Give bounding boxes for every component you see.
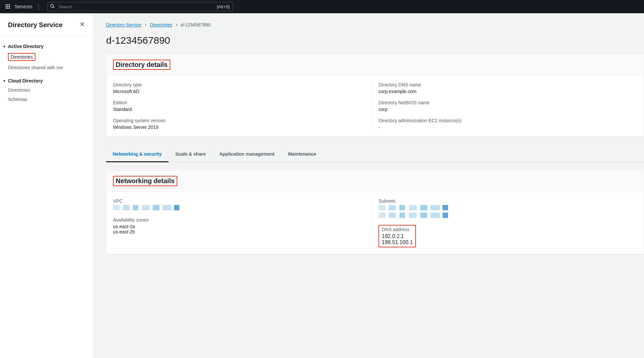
svg-rect-8 xyxy=(9,8,10,9)
search-icon xyxy=(50,4,55,10)
field-label: Edition xyxy=(113,100,372,105)
sidebar-item-label: Directories xyxy=(8,53,35,61)
field-value-dns-addr-0: 192.0.2.1 xyxy=(382,233,413,239)
field-value-dns-name: corp.example.com xyxy=(379,89,637,94)
field-label: DNS address xyxy=(382,227,413,232)
breadcrumb: Directory Service › Directories › d-1234… xyxy=(105,21,644,28)
field-label: Directory DNS name xyxy=(379,82,637,87)
tabs: Networking & security Scale & share Appl… xyxy=(106,147,644,162)
tab-networking-security[interactable]: Networking & security xyxy=(106,147,169,162)
svg-rect-7 xyxy=(7,8,8,9)
top-navbar: Services | [Alt+S] xyxy=(0,0,644,13)
redacted-vpc-value xyxy=(113,205,372,211)
sidebar-item-label: Directories xyxy=(8,87,30,93)
sidebar-item-label: Directories shared with me xyxy=(8,65,63,70)
search-shortcut-hint: [Alt+S] xyxy=(217,4,230,9)
svg-rect-2 xyxy=(9,4,10,5)
field-value-ec2: - xyxy=(379,125,637,130)
field-label: Directory type xyxy=(113,82,372,87)
field-value-netbios: corp xyxy=(379,107,637,112)
nav-divider: | xyxy=(38,3,39,11)
breadcrumb-link[interactable]: Directory Service xyxy=(106,22,142,27)
sidebar-group-active-directory[interactable]: ▼ Active Directory xyxy=(0,41,93,51)
field-label: Subnets xyxy=(379,198,637,204)
sidebar-item-cloud-directories[interactable]: Directories xyxy=(0,85,93,95)
sidebar-group-label: Cloud Directory xyxy=(8,78,43,83)
panel-title: Directory details xyxy=(113,60,170,70)
tab-scale-share[interactable]: Scale & share xyxy=(169,147,213,162)
sidebar-item-schemas[interactable]: Schemas xyxy=(0,95,93,104)
field-value-edition: Standard xyxy=(113,107,372,112)
breadcrumb-link[interactable]: Directories xyxy=(150,22,172,27)
services-menu[interactable]: Services xyxy=(15,4,32,9)
global-search-wrap: [Alt+S] xyxy=(47,2,233,11)
apps-grid-icon[interactable] xyxy=(5,4,11,9)
redacted-subnet-value xyxy=(379,205,637,211)
sidebar-title: Directory Service xyxy=(8,21,63,29)
field-label: Operating system version xyxy=(113,118,372,123)
sidebar-group-cloud-directory[interactable]: ▼ Cloud Directory xyxy=(0,76,93,85)
close-icon[interactable] xyxy=(80,22,85,28)
field-label: Availability zones xyxy=(113,217,372,223)
redacted-subnet-value xyxy=(379,213,637,219)
field-value-directory-type: Microsoft AD xyxy=(113,89,372,94)
panel-directory-details: Directory details Directory type Microso… xyxy=(106,54,644,137)
svg-line-10 xyxy=(53,7,55,8)
svg-rect-5 xyxy=(9,6,10,7)
field-label: Directory NetBIOS name xyxy=(379,100,637,105)
main-content: Directory Service › Directories › d-1234… xyxy=(93,13,644,358)
sidebar-group-label: Active Directory xyxy=(8,44,43,49)
panel-title: Networking details xyxy=(113,176,177,186)
tab-maintenance[interactable]: Maintenance xyxy=(281,147,323,162)
caret-down-icon: ▼ xyxy=(3,45,6,48)
field-value-az-1: us-east-2b xyxy=(113,229,372,234)
field-value-os-version: Windows Server 2019 xyxy=(113,125,372,130)
field-value-dns-addr-1: 198.51.100.1 xyxy=(382,239,413,245)
breadcrumb-current: d-1234567890 xyxy=(181,22,211,27)
panel-networking-details: Networking details VPC Availability zone… xyxy=(106,170,644,254)
global-search-input[interactable] xyxy=(47,2,233,11)
chevron-right-icon: › xyxy=(145,21,147,28)
sidebar-item-directories[interactable]: Directories xyxy=(0,51,93,63)
page-title: d-1234567890 xyxy=(105,28,644,54)
svg-rect-0 xyxy=(6,4,7,5)
field-label: Directory administration EC2 instance(s) xyxy=(379,118,637,123)
field-label: VPC xyxy=(113,198,372,204)
tab-application-management[interactable]: Application management xyxy=(213,147,281,162)
svg-rect-6 xyxy=(6,8,7,9)
svg-rect-3 xyxy=(6,6,7,7)
svg-rect-4 xyxy=(7,6,8,7)
chevron-right-icon: › xyxy=(176,21,178,28)
svg-rect-1 xyxy=(7,4,8,5)
sidebar-item-label: Schemas xyxy=(8,97,27,102)
field-value-az-0: us-east-2a xyxy=(113,224,372,229)
svg-point-9 xyxy=(51,4,54,7)
sidebar-item-directories-shared[interactable]: Directories shared with me xyxy=(0,63,93,72)
sidebar: Directory Service ▼ Active Directory Dir… xyxy=(0,13,93,358)
caret-down-icon: ▼ xyxy=(3,79,6,83)
